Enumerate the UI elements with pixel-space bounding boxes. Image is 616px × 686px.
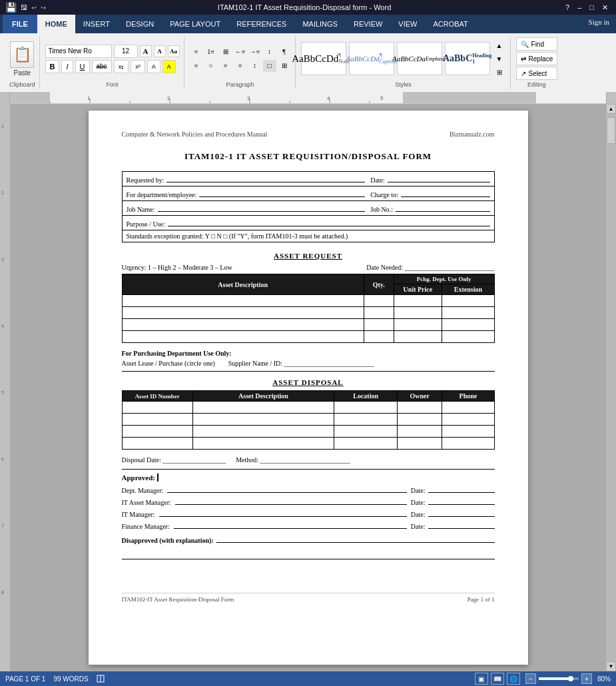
job-no-label: Job No.: <box>370 206 393 213</box>
date-field: Date: <box>370 174 489 184</box>
styles-up-btn[interactable]: ▲ <box>493 39 506 51</box>
help-btn[interactable]: ? <box>563 3 572 12</box>
tab-home[interactable]: HOME <box>37 15 75 33</box>
web-layout-btn[interactable]: 🌐 <box>507 673 520 685</box>
book-icon <box>97 675 105 683</box>
font-size-input[interactable] <box>114 45 138 58</box>
ribbon-body: 📋 Paste Clipboard A A Aa B I U abc <box>0 33 616 92</box>
close-btn[interactable]: ✕ <box>599 3 611 12</box>
approved-label: Approved: <box>122 474 495 482</box>
select-button[interactable]: ↗ Select <box>516 67 558 80</box>
table-row <box>122 319 494 331</box>
paste-button[interactable]: 📋 <box>10 41 34 68</box>
document-page: Computer & Network Policies and Procedur… <box>89 111 528 665</box>
print-layout-btn[interactable]: ▣ <box>475 673 488 685</box>
job-name-label: Job Name: <box>127 206 155 213</box>
read-mode-btn[interactable]: 📖 <box>491 673 504 685</box>
paragraph-label: Paragraph <box>226 80 254 88</box>
tab-file[interactable]: FILE <box>3 15 37 33</box>
style-caption[interactable]: AaBbCcDd¶ Caption <box>349 42 394 75</box>
standards-label: Standards exception granted: Y □ N □ (If… <box>127 232 348 240</box>
font-grow-btn[interactable]: A <box>140 45 152 57</box>
job-name-line <box>158 203 366 212</box>
underline-btn[interactable]: U <box>75 60 90 73</box>
sign-in[interactable]: Sign in <box>582 15 616 33</box>
highlight-btn[interactable]: A <box>162 60 176 73</box>
subscript-btn[interactable]: x₂ <box>114 60 129 73</box>
tab-design[interactable]: DESIGN <box>118 15 162 33</box>
scroll-up-btn[interactable]: ▲ <box>606 104 616 114</box>
col-phone: Phone <box>442 391 494 402</box>
date-needed-text: Date Needed: ___________________________ <box>366 264 494 271</box>
right-scrollbar: ▲ ▼ <box>606 104 616 671</box>
style-normal[interactable]: AaBbCcDd¶ Normal <box>301 42 346 75</box>
tab-acrobat[interactable]: ACROBAT <box>425 15 475 33</box>
zoom-bar[interactable] <box>539 677 579 680</box>
styles-down-btn[interactable]: ▼ <box>493 53 506 65</box>
bullets-btn[interactable]: ≡ <box>190 46 203 58</box>
tab-view[interactable]: VIEW <box>390 15 425 33</box>
footer-right: Page 1 of 1 <box>467 596 495 603</box>
tab-mailings[interactable]: MAILINGS <box>294 15 346 33</box>
editing-label: Editing <box>527 80 546 88</box>
style-heading1[interactable]: AaBbCHeading 1 <box>445 42 490 75</box>
clear-format-btn[interactable]: Aa <box>168 45 180 57</box>
tab-review[interactable]: REVIEW <box>346 15 390 33</box>
text-color-btn[interactable]: A <box>147 60 160 73</box>
form-fields-box: Requested by: Date: For department/emplo… <box>122 171 495 242</box>
tab-references[interactable]: REFERENCES <box>228 15 294 33</box>
charge-to-field: Charge to: <box>370 188 489 198</box>
replace-button[interactable]: ⇄ Replace <box>516 52 558 65</box>
multilevel-btn[interactable]: ⊞ <box>219 46 232 58</box>
col-extension: Extension <box>442 284 494 295</box>
doc-footer: ITAM102-IT Asset Requisition-Disposal Fo… <box>122 593 495 603</box>
it-manager-label: IT Manager: <box>122 511 155 518</box>
maximize-btn[interactable]: □ <box>587 3 597 12</box>
superscript-btn[interactable]: x² <box>131 60 145 73</box>
line-spacing-btn[interactable]: ↕ <box>248 60 262 72</box>
tab-page-layout[interactable]: PAGE LAYOUT <box>162 15 228 33</box>
zoom-in-btn[interactable]: + <box>581 673 592 684</box>
font-shrink-btn[interactable]: A <box>154 45 166 57</box>
justify-btn[interactable]: ≡ <box>234 60 247 72</box>
align-right-btn[interactable]: ≡ <box>219 60 232 72</box>
date-line <box>388 174 490 182</box>
ruler-left <box>0 92 10 104</box>
show-marks-btn[interactable]: ¶ <box>278 46 291 58</box>
decrease-indent-btn[interactable]: ←≡ <box>234 46 247 58</box>
borders-btn[interactable]: ⊞ <box>278 60 291 72</box>
sort-btn[interactable]: ↕ <box>263 46 276 58</box>
col-description: Asset Description <box>122 274 364 295</box>
italic-btn[interactable]: I <box>61 60 73 73</box>
title-bar: 💾 🖫 ↩ ↪ ITAM102-1 IT Asset Requisition-D… <box>0 0 616 15</box>
align-left-btn[interactable]: ≡ <box>190 60 203 72</box>
department-field: For department/employee: <box>127 188 366 198</box>
find-button[interactable]: 🔍 Find <box>516 37 558 51</box>
it-asset-manager-label: IT Asset Manager: <box>122 499 171 506</box>
scroll-down-btn[interactable]: ▼ <box>606 661 616 671</box>
increase-indent-btn[interactable]: →≡ <box>248 46 262 58</box>
shading-btn[interactable]: □ <box>263 60 276 72</box>
doc-title: ITAM102-1 IT ASSET REQUISITION/DISPOSAL … <box>122 151 495 162</box>
ribbon-group-styles: AaBbCcDd¶ Normal AaBbCcDd¶ Caption AaBbC… <box>297 36 511 89</box>
strikethrough-btn[interactable]: abc <box>92 60 112 73</box>
approvals-section: Approved: Dept. Manager: Date: IT Asset … <box>122 474 495 530</box>
numbering-btn[interactable]: 1≡ <box>204 46 218 58</box>
font-name-input[interactable] <box>45 45 112 58</box>
zoom-thumb[interactable] <box>568 676 573 681</box>
scroll-thumb[interactable] <box>607 117 615 144</box>
dept-manager-line <box>167 484 407 493</box>
form-row-1: Requested by: Date: <box>123 172 494 186</box>
styles-more-btn[interactable]: ⊞ <box>493 66 506 78</box>
it-date-line <box>428 508 495 517</box>
minimize-btn[interactable]: – <box>575 3 584 12</box>
date-label: Date: <box>370 176 385 184</box>
disapproved-label: Disapproved (with explanation): <box>122 537 214 544</box>
word-count: 99 WORDS <box>53 675 88 683</box>
tab-insert[interactable]: INSERT <box>75 15 118 33</box>
style-emphasis[interactable]: AaBbCcDaEmphasis <box>397 42 442 75</box>
scroll-track[interactable] <box>606 114 616 661</box>
align-center-btn[interactable]: ≡ <box>204 60 218 72</box>
zoom-out-btn[interactable]: − <box>525 673 536 684</box>
bold-btn[interactable]: B <box>45 60 60 73</box>
